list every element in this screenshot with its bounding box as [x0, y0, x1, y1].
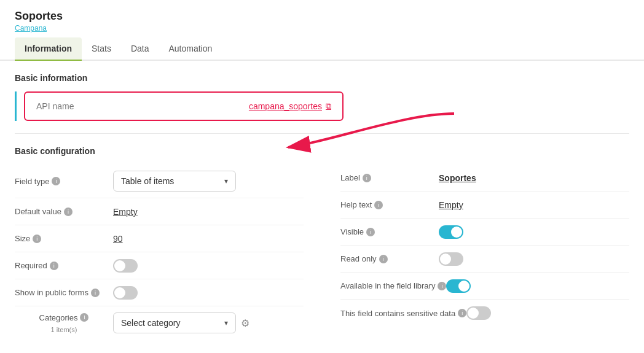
help-text-row: Help text i Empty — [340, 192, 629, 219]
api-name-value[interactable]: campana_soportes ⧉ — [249, 101, 331, 111]
categories-row: Categories i 1 item(s) Select category ▾… — [15, 306, 304, 339]
page-title: Soportes — [15, 10, 629, 23]
show-public-label: Show in public forms i — [15, 288, 113, 297]
read-only-toggle[interactable] — [439, 252, 463, 266]
size-label: Size i — [15, 234, 113, 243]
field-library-toggle[interactable] — [446, 279, 471, 293]
categories-info-icon[interactable]: i — [80, 313, 88, 322]
visible-toggle[interactable] — [439, 225, 463, 239]
copy-icon[interactable]: ⧉ — [326, 101, 331, 111]
required-value — [113, 259, 304, 273]
label-label: Label i — [340, 173, 439, 182]
api-name-box: API name campana_soportes ⧉ — [24, 91, 344, 121]
categories-gear-icon[interactable]: ⚙ — [241, 317, 249, 329]
visible-label: Visible i — [340, 227, 439, 236]
size-text[interactable]: 90 — [113, 234, 123, 244]
field-library-value — [446, 279, 629, 293]
sensitive-toggle[interactable] — [466, 306, 491, 320]
config-right-column: Label i Soportes Help text i Empty — [340, 165, 629, 339]
field-type-dropdown[interactable]: Table of items ▾ — [113, 171, 236, 192]
section-divider — [15, 133, 629, 134]
help-text-text[interactable]: Empty — [439, 200, 463, 210]
label-text[interactable]: Soportes — [439, 173, 476, 183]
default-value-text[interactable]: Empty — [113, 207, 138, 217]
api-name-label: API name — [36, 101, 74, 111]
basic-info-section: API name campana_soportes ⧉ — [15, 91, 629, 121]
breadcrumb[interactable]: Campana — [15, 24, 629, 33]
show-public-toggle[interactable] — [113, 286, 138, 300]
basic-config-title: Basic configuration — [15, 146, 629, 156]
basic-info-title: Basic information — [15, 73, 629, 83]
categories-label: Categories i 1 item(s) — [15, 313, 113, 333]
show-public-value — [113, 286, 304, 300]
show-public-row: Show in public forms i — [15, 279, 304, 306]
visible-row: Visible i — [340, 219, 629, 246]
default-value-value: Empty — [113, 207, 304, 217]
field-library-row: Available in the field library i — [340, 273, 629, 300]
field-type-chevron-icon: ▾ — [224, 177, 228, 185]
required-toggle[interactable] — [113, 259, 138, 273]
size-value: 90 — [113, 234, 304, 244]
size-row: Size i 90 — [15, 225, 304, 252]
sensitive-label: This field contains sensitive data i — [340, 309, 466, 318]
read-only-info-icon[interactable]: i — [379, 255, 388, 263]
categories-dropdown[interactable]: Select category ▾ — [113, 312, 236, 333]
show-public-info-icon[interactable]: i — [91, 289, 100, 297]
required-label: Required i — [15, 261, 113, 270]
field-type-value: Table of items ▾ — [113, 171, 304, 192]
label-row: Label i Soportes — [340, 165, 629, 192]
label-info-icon[interactable]: i — [363, 174, 371, 182]
tab-bar: Information Stats Data Automation — [0, 37, 644, 61]
default-value-info-icon[interactable]: i — [64, 208, 73, 216]
sensitive-value — [466, 306, 629, 320]
categories-sub-label: 1 item(s) — [51, 326, 77, 333]
visible-info-icon[interactable]: i — [366, 228, 375, 236]
field-type-label: Field type i — [15, 177, 113, 186]
required-info-icon[interactable]: i — [50, 262, 58, 270]
field-library-info-icon[interactable]: i — [438, 282, 446, 290]
sensitive-info-icon[interactable]: i — [458, 309, 466, 317]
help-text-info-icon[interactable]: i — [374, 201, 383, 209]
field-type-option: Table of items — [121, 176, 174, 186]
categories-chevron-icon: ▾ — [224, 319, 228, 327]
help-text-label: Help text i — [340, 200, 439, 209]
default-value-row: Default value i Empty — [15, 198, 304, 225]
visible-value — [439, 225, 629, 239]
tab-automation[interactable]: Automation — [159, 37, 222, 61]
field-type-info-icon[interactable]: i — [52, 177, 60, 185]
required-row: Required i — [15, 252, 304, 279]
label-value: Soportes — [439, 173, 629, 183]
categories-option: Select category — [121, 318, 181, 328]
field-library-label: Available in the field library i — [340, 281, 446, 290]
read-only-value — [439, 252, 629, 266]
header: Soportes Campana — [0, 0, 644, 33]
config-grid: Field type i Table of items ▾ Default va… — [15, 165, 629, 339]
config-left-column: Field type i Table of items ▾ Default va… — [15, 165, 304, 339]
default-value-label: Default value i — [15, 207, 113, 216]
tab-information[interactable]: Information — [15, 37, 82, 61]
field-type-row: Field type i Table of items ▾ — [15, 165, 304, 198]
content-area: Basic information API name campana_sopor… — [0, 61, 644, 352]
size-info-icon[interactable]: i — [33, 235, 41, 243]
read-only-label: Read only i — [340, 254, 439, 263]
tab-data[interactable]: Data — [121, 37, 159, 61]
read-only-row: Read only i — [340, 246, 629, 273]
api-name-text: campana_soportes — [249, 101, 322, 111]
sensitive-row: This field contains sensitive data i — [340, 300, 629, 327]
categories-value: Select category ▾ ⚙ — [113, 312, 304, 333]
tab-stats[interactable]: Stats — [82, 37, 121, 61]
help-text-value: Empty — [439, 200, 629, 210]
